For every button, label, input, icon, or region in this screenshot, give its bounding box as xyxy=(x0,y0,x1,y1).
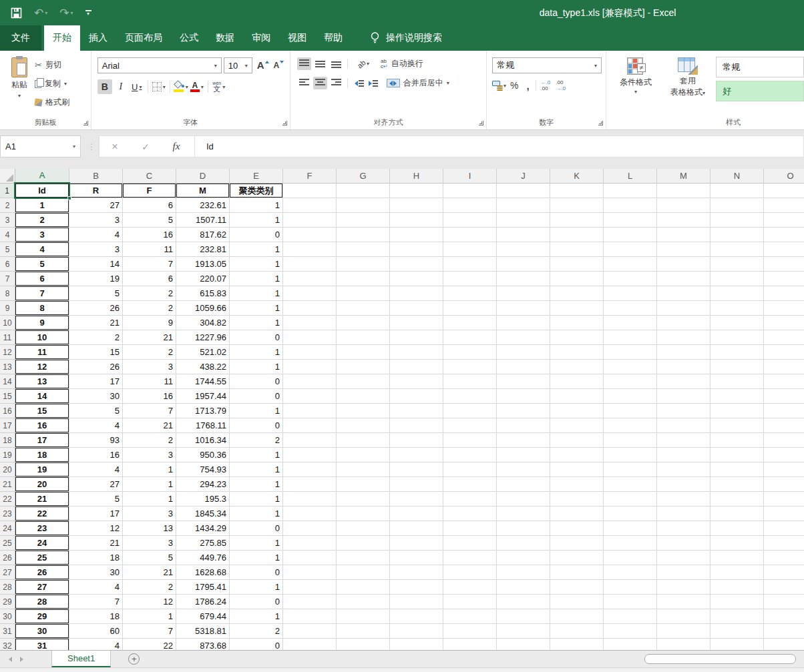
font-size-combo[interactable]: 10 ▾ xyxy=(224,57,252,73)
cell-C21[interactable]: 1 xyxy=(123,477,176,492)
cell-A14[interactable]: 13 xyxy=(15,374,69,389)
cell-A7[interactable]: 6 xyxy=(15,272,69,286)
row-header-21[interactable]: 21 xyxy=(0,477,15,492)
cell-E9[interactable]: 1 xyxy=(230,301,283,316)
cell-G17[interactable] xyxy=(337,418,390,433)
column-header-C[interactable]: C xyxy=(123,169,176,184)
cell-I8[interactable] xyxy=(443,286,497,301)
cell-H20[interactable] xyxy=(390,462,443,477)
cell-D22[interactable]: 195.3 xyxy=(176,492,230,507)
cell-M1[interactable] xyxy=(657,184,711,198)
name-box[interactable]: A1 ▾ xyxy=(0,135,81,157)
cell-M11[interactable] xyxy=(657,330,711,345)
cell-E2[interactable]: 1 xyxy=(230,198,283,213)
align-middle-button[interactable] xyxy=(313,57,327,70)
cell-M21[interactable] xyxy=(657,477,711,492)
cell-G28[interactable] xyxy=(337,580,390,595)
cell-D11[interactable]: 1227.96 xyxy=(176,330,230,345)
cell-J2[interactable] xyxy=(497,198,550,213)
tab-home[interactable]: 开始 xyxy=(44,25,80,51)
align-right-button[interactable] xyxy=(329,77,343,89)
row-header-27[interactable]: 27 xyxy=(0,565,15,580)
cell-O31[interactable] xyxy=(764,624,804,639)
cell-E16[interactable]: 1 xyxy=(230,404,283,418)
cell-E24[interactable]: 0 xyxy=(230,521,283,536)
cell-B26[interactable]: 18 xyxy=(69,551,123,565)
cell-D20[interactable]: 754.93 xyxy=(176,462,230,477)
orientation-button[interactable]: ab ▾ xyxy=(357,60,369,68)
cell-E12[interactable]: 1 xyxy=(230,345,283,360)
cell-C27[interactable]: 21 xyxy=(123,565,176,580)
cell-M26[interactable] xyxy=(657,551,711,565)
cell-J16[interactable] xyxy=(497,404,550,418)
cell-O29[interactable] xyxy=(764,595,804,609)
cell-F17[interactable] xyxy=(283,418,337,433)
sheet-nav-right-icon[interactable] xyxy=(20,657,23,662)
cell-I18[interactable] xyxy=(443,433,497,448)
name-box-dropdown-icon[interactable]: ▾ xyxy=(73,143,75,149)
cell-H1[interactable] xyxy=(390,184,443,198)
cell-F10[interactable] xyxy=(283,316,337,330)
row-header-6[interactable]: 6 xyxy=(0,257,15,272)
cell-A5[interactable]: 4 xyxy=(15,242,69,257)
cell-O22[interactable] xyxy=(764,492,804,507)
cell-N4[interactable] xyxy=(711,228,764,242)
cell-K24[interactable] xyxy=(550,521,604,536)
cell-D5[interactable]: 232.81 xyxy=(176,242,230,257)
cell-C10[interactable]: 9 xyxy=(123,316,176,330)
cell-G29[interactable] xyxy=(337,595,390,609)
row-header-23[interactable]: 23 xyxy=(0,507,15,521)
cell-N8[interactable] xyxy=(711,286,764,301)
formula-input[interactable]: Id xyxy=(195,141,214,151)
sheet-nav-left-icon[interactable] xyxy=(9,657,12,662)
cell-A17[interactable]: 16 xyxy=(15,418,69,433)
cell-N14[interactable] xyxy=(711,374,764,389)
cell-B31[interactable]: 60 xyxy=(69,624,123,639)
cell-J6[interactable] xyxy=(497,257,550,272)
cell-I14[interactable] xyxy=(443,374,497,389)
cell-J17[interactable] xyxy=(497,418,550,433)
cell-E17[interactable]: 0 xyxy=(230,418,283,433)
cell-H32[interactable] xyxy=(390,639,443,650)
cell-E3[interactable]: 1 xyxy=(230,213,283,228)
cell-E26[interactable]: 1 xyxy=(230,551,283,565)
tab-review[interactable]: 审阅 xyxy=(243,25,279,51)
cell-I9[interactable] xyxy=(443,301,497,316)
cell-D4[interactable]: 817.62 xyxy=(176,228,230,242)
cell-C8[interactable]: 2 xyxy=(123,286,176,301)
cell-H13[interactable] xyxy=(390,360,443,374)
cell-O21[interactable] xyxy=(764,477,804,492)
column-header-B[interactable]: B xyxy=(69,169,123,184)
cell-O13[interactable] xyxy=(764,360,804,374)
conditional-formatting-button[interactable]: ≠ 条件格式 ▾ xyxy=(612,56,660,117)
cell-O4[interactable] xyxy=(764,228,804,242)
cell-D15[interactable]: 1957.44 xyxy=(176,389,230,404)
cell-M16[interactable] xyxy=(657,404,711,418)
enter-icon[interactable]: ✓ xyxy=(130,141,161,152)
cell-F15[interactable] xyxy=(283,389,337,404)
cell-J18[interactable] xyxy=(497,433,550,448)
row-header-10[interactable]: 10 xyxy=(0,316,15,330)
cell-M6[interactable] xyxy=(657,257,711,272)
row-header-28[interactable]: 28 xyxy=(0,580,15,595)
cell-A20[interactable]: 19 xyxy=(15,462,69,477)
cell-N32[interactable] xyxy=(711,639,764,650)
cell-G13[interactable] xyxy=(337,360,390,374)
format-as-table-button[interactable]: 套用 表格格式▾ xyxy=(664,56,712,117)
cell-G25[interactable] xyxy=(337,536,390,551)
cell-K3[interactable] xyxy=(550,213,604,228)
cell-E32[interactable]: 0 xyxy=(230,639,283,650)
phonetic-button[interactable]: wén 文 ▾ xyxy=(212,79,226,94)
cell-M8[interactable] xyxy=(657,286,711,301)
cell-L9[interactable] xyxy=(604,301,657,316)
cell-D19[interactable]: 950.36 xyxy=(176,448,230,462)
cell-N18[interactable] xyxy=(711,433,764,448)
cell-N11[interactable] xyxy=(711,330,764,345)
cell-E14[interactable]: 0 xyxy=(230,374,283,389)
cell-O15[interactable] xyxy=(764,389,804,404)
cell-L6[interactable] xyxy=(604,257,657,272)
cell-N16[interactable] xyxy=(711,404,764,418)
cell-E23[interactable]: 1 xyxy=(230,507,283,521)
cell-A21[interactable]: 20 xyxy=(15,477,69,492)
cell-F23[interactable] xyxy=(283,507,337,521)
